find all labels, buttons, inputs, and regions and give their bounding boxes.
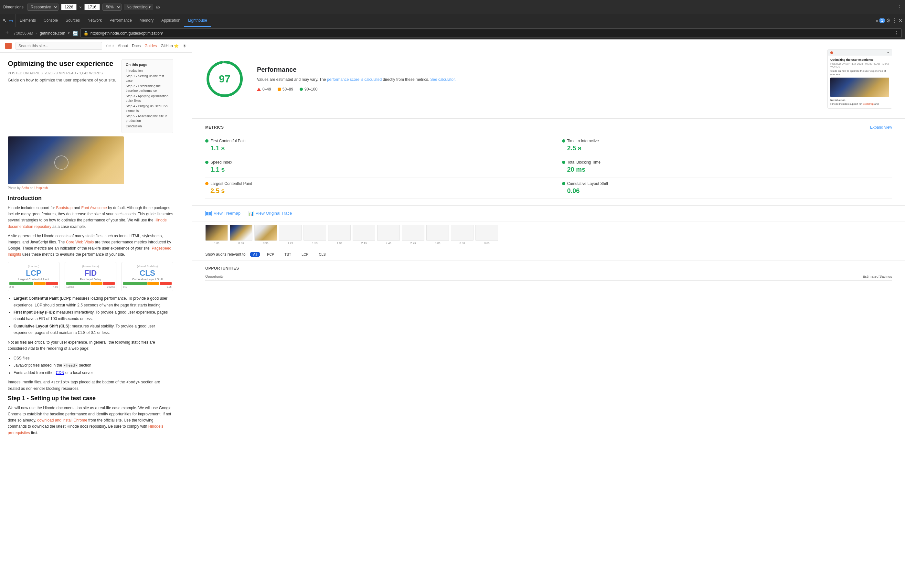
- tti-label: Time to Interactive: [562, 139, 892, 143]
- on-this-page-step1[interactable]: Step 1 - Setting up the test case: [126, 74, 164, 83]
- intro-para2: A site generated by Hinode consists of m…: [8, 233, 173, 258]
- lcp-label: Largest Contentful Paint: [10, 278, 58, 281]
- savings-col-header: Estimated Savings: [863, 275, 892, 278]
- cdn-link[interactable]: CDN: [56, 370, 64, 375]
- fontawesome-link[interactable]: Font Awesome: [81, 206, 107, 210]
- nav-guides[interactable]: Guides: [144, 44, 157, 48]
- height-input[interactable]: 1716: [84, 4, 100, 10]
- filter-tbt-chip[interactable]: TBT: [281, 251, 295, 257]
- orange-square-icon: [278, 87, 281, 91]
- filter-all-chip[interactable]: All: [250, 252, 260, 257]
- para-after-sub: Images, media files, and <script> tags p…: [8, 379, 173, 391]
- site-preview-panel: Ctrl+/ About Docs Guides GitHub ⭐ ☀ On t…: [0, 40, 192, 588]
- filmstrip-frame: 2.1s: [352, 225, 375, 245]
- tab-elements[interactable]: Elements: [16, 14, 40, 27]
- device-icon[interactable]: ▭: [9, 18, 13, 23]
- filmstrip-thumb: [230, 225, 252, 241]
- score-value: 97: [219, 73, 230, 85]
- opportunities-title: OPPORTUNITIES: [205, 266, 239, 270]
- filmstrip-frame: 0.3s: [205, 225, 228, 245]
- list-item: First Input Delay (FID): measures intera…: [14, 309, 173, 322]
- expand-view-button[interactable]: Expand view: [870, 125, 892, 130]
- cache-icon[interactable]: 🔄: [72, 31, 78, 36]
- legend-green: 90–100: [300, 87, 318, 92]
- tab-application[interactable]: Application: [157, 14, 184, 27]
- chevron-right-icon[interactable]: »: [876, 18, 878, 23]
- filter-fcp-chip[interactable]: FCP: [264, 251, 278, 257]
- unsplash-link[interactable]: Unsplash: [34, 186, 48, 190]
- filter-label: Show audits relevant to:: [205, 252, 247, 257]
- vitals-bullet-list: Largest Contentful Paint (LCP): measures…: [8, 295, 173, 336]
- more-devtools-icon[interactable]: ⋮: [892, 17, 897, 24]
- cursor-icon[interactable]: ↖: [3, 17, 7, 24]
- hinode-docs-link[interactable]: Hinode documentation repository: [8, 218, 167, 229]
- on-this-page-conclusion[interactable]: Conclusion: [126, 124, 141, 128]
- fcp-value: 1.1 s: [210, 145, 536, 152]
- list-item: CSS files: [14, 355, 173, 361]
- tab-memory[interactable]: Memory: [136, 14, 157, 27]
- tab-performance[interactable]: Performance: [106, 14, 136, 27]
- tab-console[interactable]: Console: [40, 14, 62, 27]
- perf-score-link[interactable]: performance score is calculated: [327, 77, 382, 82]
- filter-lcp-chip[interactable]: LCP: [298, 251, 312, 257]
- bootstrap-link[interactable]: Bootstrap: [56, 206, 72, 210]
- tab-sources[interactable]: Sources: [62, 14, 84, 27]
- close-devtools-icon[interactable]: ✕: [898, 17, 902, 24]
- url-bar[interactable]: 🔒 https://gethinode.com/guides/optimizat…: [81, 29, 902, 38]
- view-original-trace-button[interactable]: 📊 View Original Trace: [248, 211, 292, 216]
- hinode-prereqs-link[interactable]: Hinode's prerequisites: [8, 424, 163, 435]
- filmstrip-thumb: [451, 225, 473, 241]
- lh-filmstrip: 0.3s 0.6s 0.9s 1.2s 1.5s 1.8s: [192, 221, 905, 248]
- theme-icon[interactable]: ☀: [183, 43, 187, 48]
- calculator-link[interactable]: See calculator.: [430, 77, 456, 82]
- settings-icon[interactable]: ⚙: [886, 17, 891, 24]
- tab-lighthouse[interactable]: Lighthouse: [184, 14, 211, 27]
- download-chrome-link[interactable]: download and install Chrome: [37, 418, 87, 423]
- on-this-page-intro[interactable]: Introduction: [126, 69, 143, 72]
- notification-badge: 1: [880, 18, 884, 22]
- article-image-credit: Photo by Saffu on Unsplash: [8, 186, 173, 190]
- lcp-metric-value: 2.5 s: [210, 187, 536, 195]
- filmstrip-thumb: [402, 225, 424, 241]
- legend-orange: 50–89: [278, 87, 293, 92]
- responsive-select[interactable]: Responsive: [27, 3, 59, 11]
- view-treemap-button[interactable]: View Treemap: [205, 211, 240, 216]
- pagespeed-link[interactable]: Pagespeed Insights: [8, 246, 171, 257]
- on-this-page-step3[interactable]: Step 3 - Applying optimization quick fix…: [126, 94, 168, 102]
- list-item: JavaScript files added in the <head> sec…: [14, 362, 173, 369]
- lcp-acronym: LCP: [10, 269, 58, 278]
- nav-about[interactable]: About: [118, 44, 128, 48]
- nav-docs[interactable]: Docs: [132, 44, 141, 48]
- network-condition-icon[interactable]: ⊘: [156, 4, 160, 10]
- more-options-icon[interactable]: ⋮: [897, 4, 902, 10]
- url-more-button[interactable]: ⋮: [894, 30, 899, 36]
- tbt-value: 20 ms: [567, 166, 892, 173]
- photo-author-link[interactable]: Saffu: [21, 186, 29, 190]
- fid-label: First Input Delay: [66, 278, 115, 281]
- site-search-input[interactable]: [16, 42, 102, 50]
- zoom-select[interactable]: 50%: [102, 3, 122, 11]
- on-this-page-step5[interactable]: Step 5 - Assessing the site in productio…: [126, 114, 167, 122]
- on-this-page-step2[interactable]: Step 2 - Establishing the baseline perfo…: [126, 84, 160, 92]
- add-tab-button[interactable]: +: [3, 30, 11, 37]
- core-web-vitals-link[interactable]: Core Web Vitals: [66, 240, 94, 245]
- nav-github[interactable]: GitHub ⭐: [160, 44, 179, 48]
- opportunities-table-header: Opportunity Estimated Savings: [205, 275, 892, 281]
- filter-cls-chip[interactable]: CLS: [316, 251, 329, 257]
- site-logo: [5, 43, 12, 49]
- filmstrip-frame: 2.4s: [377, 225, 400, 245]
- si-dot: [205, 161, 208, 164]
- cls-card: (Visual Stability) CLS Cumulative Layout…: [122, 262, 173, 292]
- on-this-page-step4[interactable]: Step 4 - Purging unused CSS elements: [126, 105, 168, 113]
- tab-network[interactable]: Network: [84, 14, 106, 27]
- width-input[interactable]: 1226: [61, 4, 76, 10]
- score-circle: 97: [205, 59, 244, 98]
- throttle-select[interactable]: No throttling ▾: [124, 4, 154, 10]
- metrics-header: METRICS Expand view: [205, 125, 892, 130]
- legend-red: 0–49: [257, 87, 271, 92]
- filmstrip-frame: 0.6s: [230, 225, 252, 245]
- site-dropdown[interactable]: ▾: [68, 31, 70, 35]
- screenshot-header: ≡: [828, 49, 892, 56]
- tti-value: 2.5 s: [567, 145, 892, 152]
- site-nav: Ctrl+/ About Docs Guides GitHub ⭐ ☀: [0, 40, 192, 53]
